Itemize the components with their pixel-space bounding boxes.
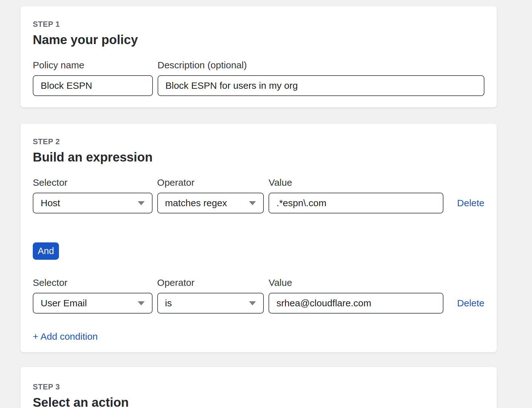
operator-dropdown-1[interactable]: matches regex: [157, 193, 264, 213]
step3-title: Select an action: [33, 395, 484, 408]
selector-column-label: Selector: [33, 178, 153, 187]
value-input-2[interactable]: [269, 293, 443, 314]
condition-row-1: Selector Host Operator matches regex Val…: [33, 178, 484, 213]
description-label: Description (optional): [158, 60, 484, 70]
chevron-down-icon: [249, 301, 256, 305]
operator-column-label: Operator: [157, 278, 264, 287]
step2-label: STEP 2: [33, 137, 484, 146]
chevron-down-icon: [249, 201, 256, 205]
and-join-button[interactable]: And: [33, 242, 59, 260]
step2-title: Build an expression: [33, 150, 484, 165]
step1-card: STEP 1 Name your policy Policy name Desc…: [20, 6, 497, 107]
policy-name-label: Policy name: [33, 60, 153, 70]
value-input-1[interactable]: [269, 193, 443, 213]
step1-label: STEP 1: [33, 20, 484, 29]
condition-row-2: Selector User Email Operator is Value De…: [33, 278, 484, 314]
chevron-down-icon: [138, 301, 145, 305]
operator-column-label: Operator: [157, 178, 264, 187]
step2-card: STEP 2 Build an expression Selector Host…: [20, 124, 497, 352]
operator-dropdown-2[interactable]: is: [157, 293, 264, 314]
selector-dropdown-1-value: Host: [41, 198, 60, 208]
step3-label: STEP 3: [33, 382, 484, 391]
selector-column-label: Selector: [33, 278, 153, 287]
selector-dropdown-2-value: User Email: [41, 298, 87, 309]
policy-builder-page: STEP 1 Name your policy Policy name Desc…: [0, 0, 532, 408]
policy-name-input[interactable]: [33, 75, 153, 96]
value-column-label: Value: [269, 178, 443, 187]
chevron-down-icon: [138, 201, 145, 205]
operator-dropdown-1-value: matches regex: [165, 198, 227, 208]
step1-title: Name your policy: [33, 32, 484, 47]
selector-dropdown-1[interactable]: Host: [33, 193, 153, 213]
delete-condition-2-link[interactable]: Delete: [457, 298, 484, 309]
step3-card: STEP 3 Select an action: [20, 367, 497, 408]
operator-dropdown-2-value: is: [165, 298, 172, 309]
selector-dropdown-2[interactable]: User Email: [33, 293, 153, 314]
value-column-label: Value: [269, 278, 443, 287]
delete-condition-1-link[interactable]: Delete: [457, 198, 484, 208]
description-input[interactable]: [158, 75, 484, 96]
add-condition-link[interactable]: + Add condition: [33, 331, 98, 342]
